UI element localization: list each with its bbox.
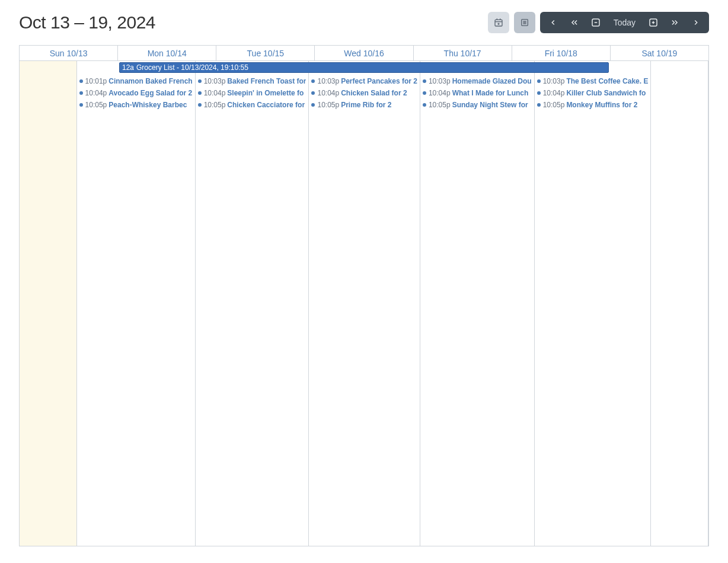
event-dot-icon xyxy=(423,103,426,107)
calendar-event[interactable]: 10:05pPrime Rib for 2 xyxy=(309,99,419,111)
calendar-event[interactable]: 10:04pWhat I Made for Lunch xyxy=(420,87,534,99)
toolbar: Today xyxy=(488,12,709,33)
calendar-view-button[interactable] xyxy=(488,12,509,33)
calendar-header-row: Sun 10/13Mon 10/14Tue 10/15Wed 10/16Thu … xyxy=(20,46,708,61)
event-title: Prime Rib for 2 xyxy=(341,101,391,109)
event-time: 10:03p xyxy=(543,77,565,85)
events-list xyxy=(651,61,708,75)
calendar-plus-icon xyxy=(494,18,503,27)
event-time: 10:05p xyxy=(429,101,451,109)
event-title: Killer Club Sandwich fo xyxy=(566,89,646,97)
next-period-button[interactable] xyxy=(685,12,707,33)
event-dot-icon xyxy=(537,79,541,83)
event-time: 10:04p xyxy=(429,89,451,97)
calendar-event[interactable]: 10:04pAvocado Egg Salad for 2 xyxy=(77,87,195,99)
svg-rect-0 xyxy=(495,20,502,26)
event-time: 10:04p xyxy=(204,89,226,97)
day-column[interactable]: 10:03pPerfect Pancakes for 210:04pChicke… xyxy=(309,61,420,546)
calendar-event[interactable]: 10:05pChicken Cacciatore for xyxy=(196,99,309,111)
calendar-event[interactable]: 10:03pThe Best Coffee Cake. E xyxy=(535,75,651,87)
event-title: Cinnamon Baked French xyxy=(108,77,192,85)
all-day-event[interactable]: 12a Grocery List - 10/13/2024, 19:10:55 xyxy=(119,62,609,73)
list-view-button[interactable] xyxy=(514,12,535,33)
event-title: Sunday Night Stew for xyxy=(452,101,528,109)
zoom-in-button[interactable] xyxy=(643,12,664,33)
calendar-body: 10:01pCinnamon Baked French10:04pAvocado… xyxy=(20,61,708,546)
event-title: Perfect Pancakes for 2 xyxy=(341,77,417,85)
day-column[interactable] xyxy=(651,61,708,546)
event-dot-icon xyxy=(79,79,83,83)
calendar-event[interactable]: 10:03pBaked French Toast for xyxy=(196,75,309,87)
event-dot-icon xyxy=(311,79,315,83)
date-nav-bar: Today xyxy=(540,12,709,33)
event-dot-icon xyxy=(537,91,541,95)
all-day-time: 12a xyxy=(122,63,134,72)
event-time: 10:03p xyxy=(429,77,451,85)
events-list xyxy=(20,61,76,75)
event-title: Chicken Cacciatore for xyxy=(227,101,305,109)
calendar-event[interactable]: 10:04pSleepin' in Omelette fo xyxy=(196,87,309,99)
calendar-event[interactable]: 10:04pKiller Club Sandwich fo xyxy=(535,87,651,99)
day-column[interactable]: 10:03pThe Best Coffee Cake. E10:04pKille… xyxy=(535,61,652,546)
calendar-event[interactable]: 10:05pPeach-Whiskey Barbec xyxy=(77,99,195,111)
calendar-event[interactable]: 10:05pMonkey Muffins for 2 xyxy=(535,99,651,111)
day-header[interactable]: Thu 10/17 xyxy=(414,46,512,61)
prev-fast-button[interactable] xyxy=(564,12,585,33)
event-dot-icon xyxy=(198,79,202,83)
event-title: Chicken Salad for 2 xyxy=(341,89,407,97)
event-title: Homemade Glazed Dou xyxy=(452,77,532,85)
day-header[interactable]: Tue 10/15 xyxy=(216,46,315,61)
day-header[interactable]: Sun 10/13 xyxy=(20,46,118,61)
calendar-grid: Sun 10/13Mon 10/14Tue 10/15Wed 10/16Thu … xyxy=(19,45,709,546)
event-time: 10:05p xyxy=(543,101,565,109)
page-title: Oct 13 – 19, 2024 xyxy=(19,12,155,33)
next-fast-button[interactable] xyxy=(664,12,685,33)
event-title: Peach-Whiskey Barbec xyxy=(108,101,187,109)
event-time: 10:03p xyxy=(204,77,226,85)
event-dot-icon xyxy=(198,91,202,95)
calendar-event[interactable]: 10:01pCinnamon Baked French xyxy=(77,75,195,87)
event-dot-icon xyxy=(198,103,202,107)
event-dot-icon xyxy=(311,91,315,95)
event-time: 10:05p xyxy=(317,101,339,109)
day-column[interactable]: 10:03pHomemade Glazed Dou10:04pWhat I Ma… xyxy=(420,61,535,546)
chevron-right-icon xyxy=(692,18,700,27)
event-time: 10:04p xyxy=(317,89,339,97)
day-column[interactable]: 10:03pBaked French Toast for10:04pSleepi… xyxy=(196,61,309,546)
event-time: 10:01p xyxy=(85,77,107,85)
event-dot-icon xyxy=(311,103,315,107)
event-time: 10:04p xyxy=(85,89,107,97)
event-dot-icon xyxy=(537,103,541,107)
day-column[interactable]: 10:01pCinnamon Baked French10:04pAvocado… xyxy=(77,61,196,546)
calendar-event[interactable]: 10:04pChicken Salad for 2 xyxy=(309,87,419,99)
chevron-double-left-icon xyxy=(570,18,579,27)
all-day-title: Grocery List - 10/13/2024, 19:10:55 xyxy=(136,63,248,72)
minus-box-icon xyxy=(590,17,601,28)
day-header[interactable]: Sat 10/19 xyxy=(611,46,708,61)
event-title: Avocado Egg Salad for 2 xyxy=(108,89,192,97)
list-icon xyxy=(520,18,529,27)
event-title: Monkey Muffins for 2 xyxy=(566,101,637,109)
event-dot-icon xyxy=(423,91,426,95)
day-column[interactable] xyxy=(20,61,77,546)
prev-period-button[interactable] xyxy=(542,12,564,33)
zoom-out-button[interactable] xyxy=(585,12,606,33)
event-title: What I Made for Lunch xyxy=(452,89,529,97)
calendar-event[interactable]: 10:05pSunday Night Stew for xyxy=(420,99,534,111)
event-time: 10:03p xyxy=(317,77,339,85)
event-title: The Best Coffee Cake. E xyxy=(566,77,648,85)
event-title: Baked French Toast for xyxy=(227,77,306,85)
view-toggle-group xyxy=(488,12,535,33)
calendar-event[interactable]: 10:03pHomemade Glazed Dou xyxy=(420,75,534,87)
day-header[interactable]: Mon 10/14 xyxy=(118,46,216,61)
event-time: 10:05p xyxy=(204,101,226,109)
today-button[interactable]: Today xyxy=(606,18,643,27)
plus-box-icon xyxy=(648,17,659,28)
event-dot-icon xyxy=(79,103,83,107)
calendar-event[interactable]: 10:03pPerfect Pancakes for 2 xyxy=(309,75,419,87)
day-header[interactable]: Fri 10/18 xyxy=(512,46,611,61)
day-header[interactable]: Wed 10/16 xyxy=(315,46,413,61)
event-time: 10:05p xyxy=(85,101,107,109)
chevron-double-right-icon xyxy=(670,18,679,27)
chevron-left-icon xyxy=(549,18,557,27)
